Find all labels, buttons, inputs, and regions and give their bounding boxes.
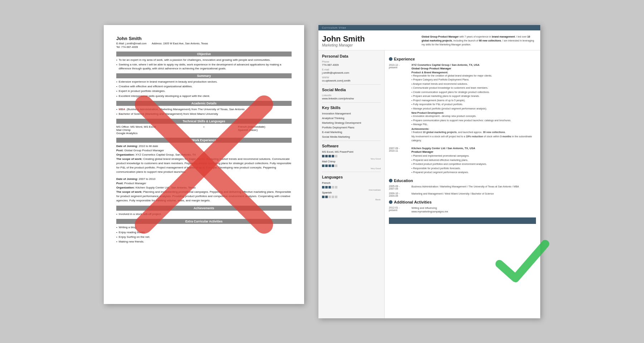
academic-title: Academic Details (116, 101, 292, 106)
edu1-date: 2005-09 -2007-05 (389, 185, 409, 190)
exp1-b5: Create communication support plans for s… (411, 90, 536, 94)
key-skill-2: Analytical Thinking (322, 117, 381, 120)
extra-b1: Writing a blog. (116, 225, 292, 229)
cv-footer-bar (389, 217, 536, 224)
divider-3 (322, 141, 381, 141)
summary-b3: Expert in product portfolio strategies. (116, 89, 292, 93)
spanish-level: Basic (322, 199, 381, 201)
key-skill-6: Social Media Marketing (322, 135, 381, 138)
bad-resume: John Smith E-Mail: j.smith@mail.com Addr… (104, 25, 304, 304)
languages-title: Languages (322, 175, 381, 179)
add-entry-1: 2012-01 -present Writing and Influencing… (389, 206, 536, 214)
dot-empty (332, 186, 334, 188)
cv-top-bar: Curriculum Vitae (318, 25, 540, 30)
lang-bullet: • (177, 125, 231, 128)
cv-header-left: John Smith Marketing Manager (322, 35, 418, 47)
www-value: cv.uptowork.com/j.smith (322, 79, 381, 82)
social-media-title: Social Media (322, 88, 381, 92)
dot-empty (335, 186, 337, 188)
exp-entry-2: 2007-09 -2010-11 Kitchen Supply Center L… (389, 147, 536, 175)
academic-b2: Bachelor of Science (Marketing and Manag… (116, 112, 292, 116)
www-label: WWW (322, 76, 381, 79)
exp2-date: 2007-09 -2010-11 (389, 147, 409, 175)
tel-value: 774-987-4009 (121, 45, 138, 49)
good-resume: Curriculum Vitae John Smith Marketing Ma… (318, 25, 540, 318)
experience-section-title: Experience (389, 57, 536, 61)
technical-title: Technical Skills & Languages (116, 119, 292, 124)
dot (325, 165, 328, 167)
achievements-title: Achievements (116, 206, 292, 211)
bad-name: John Smith (116, 36, 292, 41)
skill-left-1: MS Office: MS Word, MS Excel (116, 125, 170, 128)
email-label-cv: E-mail (322, 68, 381, 71)
page-container: John Smith E-Mail: j.smith@mail.com Addr… (89, 11, 555, 333)
summary-title: Summary (116, 73, 292, 78)
summary-b1: Extensive experience in brand management… (116, 80, 292, 84)
dot (325, 196, 328, 198)
work-entry-1: Date of Joining: 2010 to till date Post:… (116, 144, 292, 174)
objective-bullet-1: To be an expert in my area of work, with… (116, 58, 292, 62)
linkedin-label: LinkedIn (322, 94, 381, 97)
tel-label: Tel: (116, 45, 121, 49)
exp1-b9: Manage product portfolio (product segmen… (411, 107, 536, 111)
exp1-achieve2: My involvement in a stock sell-off proje… (411, 135, 536, 142)
cv-left-col: Personal Data Phone 774-987-4009 E-mail … (318, 50, 385, 318)
lang-french: French (322, 181, 381, 185)
extra-b2: Enjoy reading books. (116, 230, 292, 234)
exp1-role: Global Group Product Manager (411, 67, 536, 70)
exp1-sub2: New Product Development: (411, 112, 536, 114)
dot (328, 165, 331, 167)
software-2-bar (322, 165, 381, 167)
dot (328, 186, 331, 188)
dot (332, 165, 334, 167)
section-dot-edu (389, 179, 392, 182)
exp2-b1: Planned and implemented promotional camp… (411, 154, 536, 158)
key-skill-3: Marketing Strategy Development (322, 121, 381, 124)
exp2-b2: Prepared and delivered effective marketi… (411, 158, 536, 162)
dot-empty (332, 196, 334, 198)
divider-1 (322, 84, 381, 85)
software-1-name: MS Excel, MS PowerPoint (322, 150, 381, 153)
skill-col-left: MS Office: MS Word, MS Excel Mail Chimp … (116, 125, 170, 135)
exp1-b8: Fully responsible for P&L of product por… (411, 103, 536, 107)
skill-left-3: Google Analytics (116, 132, 170, 135)
address-value: 1905 W East Ave, San Antonio, Texas (163, 42, 208, 45)
section-dot-add (389, 200, 392, 204)
exp2-b4: Responsible for product portfolio foreca… (411, 167, 536, 171)
dot-empty (328, 196, 331, 198)
exp-entry-1: 2010-12 -present XYZ Cosmetics Capital G… (389, 63, 536, 143)
email-value: j.smith@mail.com (125, 42, 146, 45)
academic-b1: MBA (Business Administration, Marketing … (116, 107, 292, 111)
bad-tel: Tel: 774-987-4009 (116, 45, 292, 49)
exp1-npd1: Innovation development - develop new pro… (411, 114, 536, 118)
exp2-role: Product Manager (411, 150, 536, 153)
extra-b4: Making new friends. (116, 240, 292, 244)
exp1-content: XYZ Cosmetics Capital Group / San Antoni… (411, 63, 536, 143)
summary-b4: Excellent interpersonal skills quickly d… (116, 94, 292, 98)
edu1-content: Business Administration / Marketing Mana… (411, 185, 536, 190)
exp1-b4: Communicate product knowledge to custome… (411, 86, 536, 90)
dot-empty (335, 165, 337, 167)
exp1-sub1: Product & Brand Management: (411, 71, 536, 74)
dot-empty (335, 155, 337, 157)
software-2-level: Very Good (322, 167, 381, 170)
work2-date: Date of Joining: 2007 to 2010 (116, 177, 292, 181)
exp1-org: XYZ Cosmetics Capital Group / San Antoni… (411, 63, 536, 67)
exp1-achieve1: I finalized 10 global marketing projects… (411, 131, 536, 134)
email-value-cv: j.smith@uptowork.com (322, 71, 381, 74)
work2-post: Post: Product Manager (116, 181, 292, 186)
email-label: E-Mail: (116, 42, 125, 45)
dot (322, 196, 325, 198)
edu2-content: Marketing and Management / West Miami Un… (411, 192, 536, 197)
exp1-b7: Project management (teams of up to 5 peo… (411, 99, 536, 103)
lang-1: French (intermediate) (238, 125, 292, 128)
software-1-bar (322, 155, 381, 157)
dot (328, 155, 331, 157)
experience-title-text: Experience (394, 57, 415, 61)
cv-body: Personal Data Phone 774-987-4009 E-mail … (318, 50, 540, 318)
exp1-b6: Prepare annual marketing plans to suppor… (411, 94, 536, 98)
lang-2: Spanish (basic) (238, 128, 292, 132)
software-2-name: Mail Chimp (322, 160, 381, 163)
dot (322, 155, 325, 157)
exp2-b3: Provided product portfolios and competit… (411, 162, 536, 166)
